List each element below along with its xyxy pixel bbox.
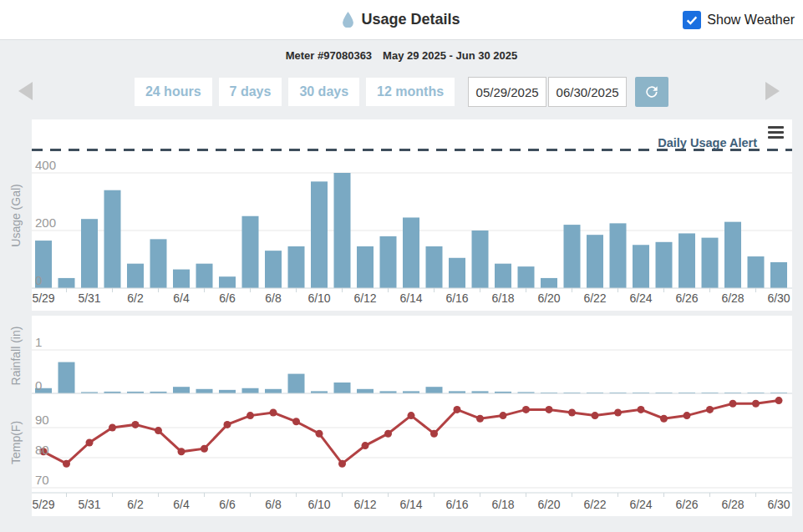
usage-bar[interactable]	[219, 276, 236, 288]
x-tick-label: 6/8	[265, 291, 282, 305]
temp-point[interactable]	[201, 445, 208, 453]
end-date-input[interactable]	[548, 77, 627, 107]
temp-point[interactable]	[729, 400, 737, 408]
controls-bar: 24 hours 7 days 30 days 12 months	[0, 77, 803, 107]
x-tick-label: 5/31	[78, 498, 100, 511]
usage-bar[interactable]	[81, 219, 98, 288]
temp-point[interactable]	[178, 448, 186, 455]
rainfall-bar[interactable]	[196, 389, 213, 393]
temp-point[interactable]	[706, 406, 714, 413]
usage-bar[interactable]	[380, 236, 397, 288]
usage-bar[interactable]	[724, 222, 741, 288]
usage-bar[interactable]	[633, 245, 649, 288]
rainfall-bar[interactable]	[265, 389, 282, 393]
temp-point[interactable]	[338, 460, 346, 468]
rainfall-bar[interactable]	[242, 388, 259, 393]
daily-usage-alert-label: Daily Usage Alert	[658, 136, 757, 149]
rainfall-bar[interactable]	[173, 387, 190, 393]
usage-bar[interactable]	[426, 246, 443, 288]
usage-bar[interactable]	[403, 217, 419, 288]
temp-point[interactable]	[614, 409, 622, 417]
temp-point[interactable]	[454, 406, 461, 413]
usage-bar[interactable]	[541, 278, 557, 288]
usage-bar[interactable]	[196, 264, 213, 288]
temp-axis-title: Temp(F)	[9, 384, 23, 501]
temp-point[interactable]	[500, 412, 507, 419]
rainfall-bar[interactable]	[58, 362, 75, 393]
usage-bar[interactable]	[610, 223, 627, 288]
usage-bar[interactable]	[311, 181, 328, 288]
usage-bar[interactable]	[357, 246, 374, 288]
temp-point[interactable]	[292, 418, 300, 425]
temp-point[interactable]	[109, 424, 116, 432]
temp-point[interactable]	[155, 427, 162, 434]
x-tick-label: 6/16	[445, 498, 468, 511]
x-tick-label: 6/28	[721, 291, 744, 305]
usage-bar[interactable]	[518, 266, 535, 288]
rainfall-bar[interactable]	[357, 389, 374, 393]
range-button-30-days[interactable]: 30 days	[288, 78, 359, 106]
temp-point[interactable]	[362, 442, 369, 449]
usage-bar[interactable]	[265, 251, 282, 288]
usage-bar[interactable]	[564, 225, 581, 288]
usage-bar[interactable]	[173, 270, 190, 288]
temp-point[interactable]	[224, 421, 231, 428]
date-range-label: May 29 2025 - Jun 30 2025	[383, 49, 517, 62]
temp-point[interactable]	[752, 400, 760, 408]
range-button-7-days[interactable]: 7 days	[219, 78, 282, 106]
chart-menu-button[interactable]	[768, 126, 784, 139]
y-tick-label: 400	[35, 158, 56, 172]
rainfall-bar[interactable]	[288, 374, 305, 393]
usage-bar[interactable]	[242, 216, 259, 288]
temp-point[interactable]	[684, 412, 691, 419]
temp-point[interactable]	[775, 397, 783, 404]
x-tick-label: 6/18	[491, 291, 514, 305]
x-tick-label: 5/29	[32, 291, 54, 305]
usage-bar[interactable]	[678, 233, 695, 288]
usage-bar[interactable]	[58, 278, 75, 288]
temp-point[interactable]	[638, 406, 645, 413]
temp-point[interactable]	[132, 421, 140, 428]
x-tick-label: 6/26	[675, 498, 698, 511]
usage-bar[interactable]	[702, 238, 719, 288]
rainfall-bar[interactable]	[334, 383, 351, 393]
x-tick-label: 6/28	[721, 498, 744, 511]
usage-bar[interactable]	[656, 242, 673, 288]
rainfall-bar[interactable]	[426, 387, 443, 393]
usage-bar[interactable]	[334, 173, 351, 288]
temp-point[interactable]	[476, 415, 484, 423]
x-tick-label: 6/10	[307, 291, 330, 305]
temp-point[interactable]	[384, 430, 392, 438]
usage-bar[interactable]	[587, 235, 603, 288]
usage-bar[interactable]	[748, 256, 765, 288]
temp-point[interactable]	[316, 430, 323, 438]
temp-point[interactable]	[568, 409, 576, 417]
temp-point[interactable]	[430, 430, 438, 438]
usage-bar[interactable]	[770, 262, 787, 288]
start-date-input[interactable]	[468, 77, 546, 107]
temp-point[interactable]	[270, 409, 277, 417]
rainfall-bar[interactable]	[219, 390, 236, 393]
refresh-button[interactable]	[635, 77, 668, 107]
temp-point[interactable]	[246, 412, 254, 419]
x-tick-label: 6/16	[445, 291, 468, 305]
usage-bar[interactable]	[472, 231, 489, 288]
temp-point[interactable]	[408, 412, 415, 419]
temp-point[interactable]	[522, 406, 530, 413]
temp-point[interactable]	[546, 406, 553, 413]
usage-bar[interactable]	[495, 264, 511, 288]
temp-point[interactable]	[660, 415, 668, 423]
usage-bar[interactable]	[104, 190, 121, 288]
range-button-24-hours[interactable]: 24 hours	[135, 78, 212, 106]
show-weather-checkbox[interactable]	[683, 11, 701, 29]
usage-bar[interactable]	[449, 258, 465, 288]
usage-bar[interactable]	[150, 239, 167, 288]
temp-point[interactable]	[63, 460, 70, 468]
temp-point[interactable]	[592, 412, 599, 419]
x-tick-label: 6/20	[537, 498, 560, 511]
x-tick-label: 6/22	[583, 291, 606, 305]
range-button-12-months[interactable]: 12 months	[366, 78, 455, 106]
usage-bar[interactable]	[288, 246, 305, 288]
usage-bar[interactable]	[127, 264, 144, 288]
temp-point[interactable]	[86, 439, 94, 447]
